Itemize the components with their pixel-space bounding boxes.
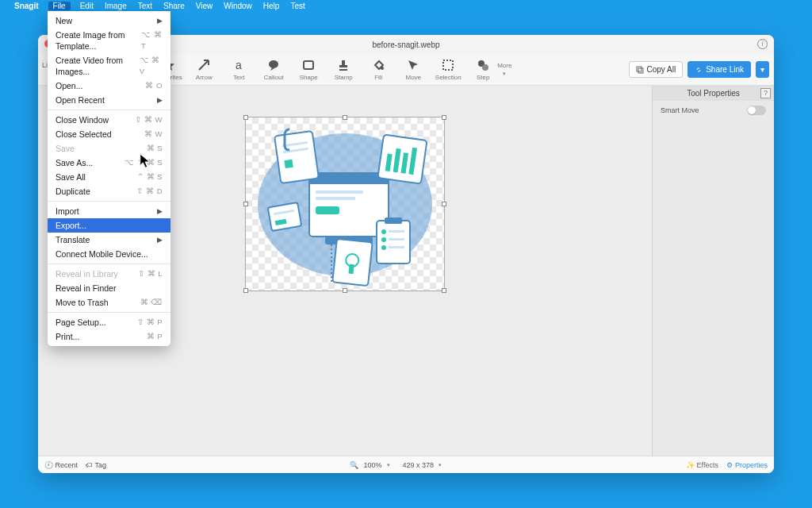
menubar-window[interactable]: Window xyxy=(222,2,254,10)
copy-icon xyxy=(636,66,644,74)
window-title: before-snagit.webp xyxy=(372,40,439,49)
status-bar: 🕘 Recent 🏷 Tag 🔍 100% ▾ 429 x 378 ▾ ✨ Ef… xyxy=(38,456,774,473)
resize-handle[interactable] xyxy=(442,115,446,120)
tool-stamp[interactable]: Stamp xyxy=(331,58,355,81)
stamp-icon xyxy=(336,58,350,72)
resize-handle[interactable] xyxy=(343,115,347,120)
menu-item-create-image-from-template[interactable]: Create Image from Template...⌥ ⌘ T xyxy=(48,28,170,53)
svg-rect-3 xyxy=(339,69,347,71)
dimensions: 429 x 378 xyxy=(403,461,435,469)
tool-selection[interactable]: Selection xyxy=(436,58,460,81)
svg-rect-15 xyxy=(316,206,339,214)
smart-move-toggle[interactable] xyxy=(747,106,766,115)
callout-icon xyxy=(266,58,281,72)
recent-button[interactable]: 🕘 Recent xyxy=(44,461,78,469)
copy-all-button[interactable]: Copy All xyxy=(629,61,684,78)
menu-item-print[interactable]: Print...⌘ P xyxy=(48,329,170,344)
canvas-image[interactable] xyxy=(246,117,444,291)
menu-item-open-recent[interactable]: Open Recent▶ xyxy=(48,93,170,107)
more-tools[interactable]: More ▾ xyxy=(495,62,514,77)
mouse-cursor xyxy=(139,152,153,173)
resize-handle[interactable] xyxy=(243,115,248,120)
svg-rect-21 xyxy=(377,135,427,184)
svg-rect-8 xyxy=(637,67,642,71)
svg-rect-12 xyxy=(309,173,389,184)
tool-step[interactable]: Step xyxy=(471,58,495,81)
properties-button[interactable]: ⚙ Properties xyxy=(726,461,768,469)
effects-button[interactable]: ✨ Effects xyxy=(686,461,718,469)
menubar-view[interactable]: View xyxy=(194,2,215,10)
tool-fill[interactable]: Fill xyxy=(366,58,390,81)
svg-rect-14 xyxy=(316,197,355,200)
menu-item-reveal-in-library: Reveal in Library⇧ ⌘ L xyxy=(48,267,170,281)
svg-point-28 xyxy=(381,229,386,234)
tool-callout[interactable]: Callout xyxy=(262,58,285,81)
menu-item-duplicate[interactable]: Duplicate⇧ ⌘ D xyxy=(48,184,170,198)
svg-rect-37 xyxy=(332,239,373,286)
menu-item-close-window[interactable]: Close Window⇧ ⌘ W xyxy=(48,113,170,127)
svg-text:a: a xyxy=(236,59,242,71)
menu-item-import[interactable]: Import▶ xyxy=(48,204,170,218)
svg-point-7 xyxy=(482,64,488,71)
svg-point-1 xyxy=(269,60,278,68)
menu-item-connect-mobile-device[interactable]: Connect Mobile Device... xyxy=(48,247,170,261)
info-icon[interactable]: i xyxy=(757,39,768,49)
resize-handle[interactable] xyxy=(442,288,446,293)
svg-rect-17 xyxy=(274,131,319,183)
menubar-image[interactable]: Image xyxy=(103,2,128,10)
menubar-share[interactable]: Share xyxy=(162,2,186,10)
menu-item-move-to-trash[interactable]: Move to Trash⌘ ⌫ xyxy=(48,295,170,310)
menu-item-new[interactable]: New▶ xyxy=(48,13,170,28)
selection-icon xyxy=(441,58,455,72)
zoom-value[interactable]: 100% xyxy=(363,461,381,469)
svg-rect-5 xyxy=(443,60,453,70)
menu-item-translate[interactable]: Translate▶ xyxy=(48,233,170,247)
menubar-edit[interactable]: Edit xyxy=(79,2,95,10)
menu-item-export[interactable]: Export... xyxy=(48,218,170,233)
menu-item-close-selected[interactable]: Close Selected⌘ W xyxy=(48,127,170,141)
smart-move-label: Smart Move xyxy=(661,106,699,114)
menu-item-reveal-in-finder[interactable]: Reveal in Finder xyxy=(48,281,170,295)
menubar-text[interactable]: Text xyxy=(136,2,154,10)
resize-handle[interactable] xyxy=(243,202,248,206)
svg-point-4 xyxy=(381,67,384,70)
tool-move[interactable]: Move xyxy=(401,58,425,81)
fill-icon xyxy=(371,58,385,72)
link-icon xyxy=(695,66,703,74)
tool-shape[interactable]: Shape xyxy=(297,58,320,81)
menubar-app[interactable]: Snagit xyxy=(13,2,40,10)
resize-handle[interactable] xyxy=(343,288,347,293)
svg-rect-39 xyxy=(348,264,354,275)
menubar-file[interactable]: File xyxy=(48,2,71,10)
step-icon xyxy=(476,58,490,72)
tool-arrow[interactable]: Arrow xyxy=(192,58,216,81)
tag-button[interactable]: 🏷 Tag xyxy=(86,461,106,469)
dims-dropdown-icon[interactable]: ▾ xyxy=(439,462,442,468)
svg-rect-33 xyxy=(389,246,404,248)
mac-menubar: Snagit File Edit Image Text Share View W… xyxy=(0,0,812,11)
share-link-button[interactable]: Share Link xyxy=(688,61,751,78)
tool-text[interactable]: aText xyxy=(227,58,251,81)
zoom-dropdown-icon[interactable]: ▾ xyxy=(387,462,390,468)
menubar-help[interactable]: Help xyxy=(262,2,282,10)
menu-item-create-video-from-images[interactable]: Create Video from Images...⌥ ⌘ V xyxy=(48,53,170,79)
zoom-icon[interactable]: 🔍 xyxy=(350,461,358,469)
tool-list: FavoritesArrowaTextCalloutShapeStampFill… xyxy=(157,58,495,81)
menu-item-page-setup[interactable]: Page Setup...⇧ ⌘ P xyxy=(48,315,170,329)
shape-icon xyxy=(301,58,316,72)
resize-handle[interactable] xyxy=(243,288,248,293)
help-icon[interactable]: ? xyxy=(760,88,771,98)
file-menu-dropdown: New▶Create Image from Template...⌥ ⌘ TCr… xyxy=(48,11,170,346)
svg-rect-13 xyxy=(316,190,363,194)
arrow-icon xyxy=(197,58,211,72)
svg-rect-29 xyxy=(389,230,404,233)
resize-handle[interactable] xyxy=(442,202,446,206)
svg-rect-26 xyxy=(377,221,410,264)
illustration xyxy=(246,117,444,291)
svg-rect-2 xyxy=(304,61,313,69)
menubar-test[interactable]: Test xyxy=(289,2,306,10)
share-dropdown-button[interactable]: ▾ xyxy=(756,61,769,78)
svg-rect-31 xyxy=(389,238,404,241)
menu-item-open[interactable]: Open...⌘ O xyxy=(48,79,170,93)
svg-rect-20 xyxy=(284,160,293,168)
